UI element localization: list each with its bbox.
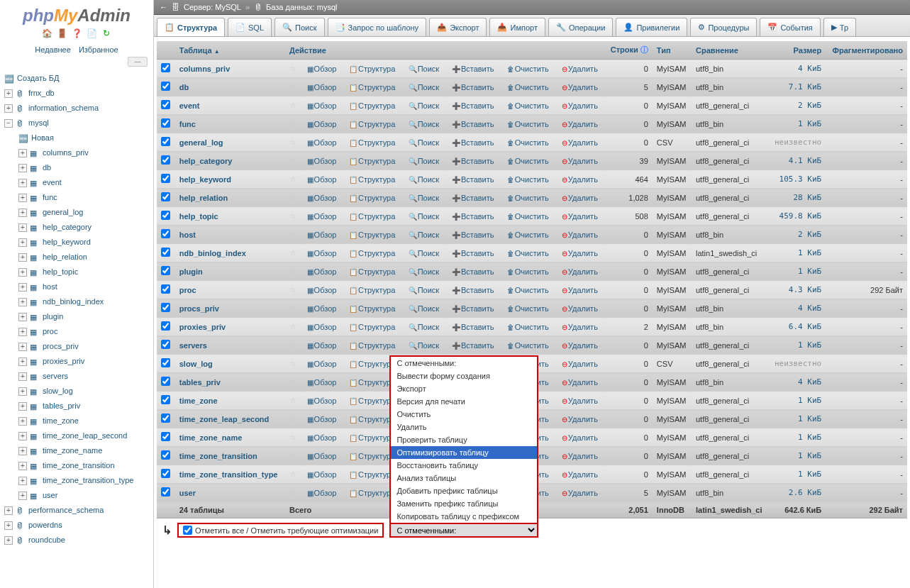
menu-item[interactable]: Очистить: [391, 408, 537, 421]
menu-item[interactable]: Вывести форму создания: [391, 370, 537, 382]
action-insert[interactable]: ➕Вставить: [450, 212, 496, 221]
mark-all-checkbox[interactable]: [183, 526, 192, 535]
action-search[interactable]: 🔍Поиск: [407, 286, 440, 294]
action-drop[interactable]: ⊖Удалить: [560, 304, 599, 313]
tab-тр[interactable]: ▶Тр: [823, 18, 856, 36]
tree-expand-icon[interactable]: +: [18, 164, 27, 172]
favorite-star-icon[interactable]: ☆: [289, 304, 296, 312]
logout-icon[interactable]: 🚪: [57, 28, 67, 38]
tree-expand-icon[interactable]: +: [18, 223, 27, 232]
action-insert[interactable]: ➕Вставить: [450, 101, 496, 110]
docs-icon[interactable]: ❓: [72, 28, 82, 38]
favorite-star-icon[interactable]: ☆: [289, 377, 296, 386]
action-search[interactable]: 🔍Поиск: [407, 120, 440, 128]
action-browse[interactable]: ▦Обзор: [306, 138, 338, 147]
favorite-star-icon[interactable]: ☆: [289, 101, 296, 109]
tree-expand-icon[interactable]: +: [18, 179, 27, 187]
action-insert[interactable]: ➕Вставить: [450, 175, 496, 184]
action-search[interactable]: 🔍Поиск: [407, 341, 440, 350]
menu-item[interactable]: Версия для печати: [391, 395, 537, 408]
home-icon[interactable]: 🏠: [42, 28, 52, 38]
action-browse[interactable]: ▦Обзор: [306, 157, 338, 165]
tree-expand-icon[interactable]: +: [18, 372, 27, 381]
table-name-link[interactable]: help_keyword: [179, 175, 231, 184]
action-browse[interactable]: ▦Обзор: [306, 267, 338, 276]
action-structure[interactable]: 📋Структура: [348, 194, 396, 202]
row-checkbox[interactable]: [161, 321, 170, 331]
menu-item[interactable]: Экспорт: [391, 382, 537, 395]
action-empty[interactable]: 🗑Очистить: [506, 83, 550, 91]
action-structure[interactable]: 📋Структура: [348, 65, 396, 73]
tree-item[interactable]: +▦db: [1, 160, 152, 175]
action-empty[interactable]: 🗑Очистить: [506, 304, 550, 313]
table-name-link[interactable]: event: [179, 101, 200, 110]
menu-item[interactable]: Добавить префикс таблицы: [391, 484, 537, 497]
tab-sql[interactable]: 📄SQL: [228, 18, 272, 36]
action-browse[interactable]: ▦Обзор: [306, 415, 338, 423]
action-drop[interactable]: ⊖Удалить: [560, 65, 599, 73]
tree-expand-icon[interactable]: +: [18, 462, 27, 470]
tree-expand-icon[interactable]: +: [18, 387, 27, 396]
action-browse[interactable]: ▦Обзор: [306, 249, 338, 257]
action-empty[interactable]: 🗑Очистить: [506, 323, 550, 331]
row-checkbox[interactable]: [161, 395, 170, 404]
favorite-star-icon[interactable]: ☆: [289, 396, 296, 404]
favorite-star-icon[interactable]: ☆: [289, 359, 296, 367]
action-drop[interactable]: ⊖Удалить: [560, 415, 599, 423]
tree-item[interactable]: +▦time_zone_leap_second: [1, 428, 152, 443]
tree-expand-icon[interactable]: +: [18, 268, 27, 277]
action-empty[interactable]: 🗑Очистить: [506, 175, 550, 184]
table-name-link[interactable]: time_zone_transition_type: [179, 470, 278, 479]
menu-item[interactable]: Анализ таблицы: [391, 472, 537, 484]
table-name-link[interactable]: user: [179, 489, 196, 497]
action-search[interactable]: 🔍Поиск: [407, 83, 440, 91]
row-checkbox[interactable]: [161, 248, 170, 257]
action-search[interactable]: 🔍Поиск: [407, 194, 440, 202]
tree-item[interactable]: +▦func: [1, 190, 152, 205]
tree-item[interactable]: +🛢performance_schema: [1, 503, 152, 518]
favorite-star-icon[interactable]: ☆: [289, 267, 296, 275]
favorite-star-icon[interactable]: ☆: [289, 156, 296, 165]
col-collation[interactable]: Сравнение: [692, 41, 769, 60]
favorite-star-icon[interactable]: ☆: [289, 451, 296, 460]
tree-expand-icon[interactable]: +: [18, 209, 27, 217]
favorite-star-icon[interactable]: ☆: [289, 174, 296, 183]
tree-item[interactable]: −🛢mysql: [1, 116, 152, 131]
action-drop[interactable]: ⊖Удалить: [560, 286, 599, 294]
action-search[interactable]: 🔍Поиск: [407, 249, 440, 257]
action-structure[interactable]: 📋Структура: [348, 267, 396, 276]
action-drop[interactable]: ⊖Удалить: [560, 212, 599, 221]
action-drop[interactable]: ⊖Удалить: [560, 378, 599, 387]
tree-item[interactable]: +▦proc: [1, 324, 152, 339]
tab-импорт[interactable]: 📥Импорт: [489, 18, 545, 36]
tree-item[interactable]: +▦help_relation: [1, 250, 152, 265]
row-checkbox[interactable]: [161, 358, 170, 367]
table-name-link[interactable]: tables_priv: [179, 378, 221, 387]
action-drop[interactable]: ⊖Удалить: [560, 489, 599, 497]
action-empty[interactable]: 🗑Очистить: [506, 341, 550, 350]
action-browse[interactable]: ▦Обзор: [306, 175, 338, 184]
action-browse[interactable]: ▦Обзор: [306, 378, 338, 387]
tree-expand-icon[interactable]: +: [18, 447, 27, 455]
favorite-star-icon[interactable]: ☆: [289, 193, 296, 201]
action-structure[interactable]: 📋Структура: [348, 101, 396, 110]
tree-item[interactable]: +▦event: [1, 175, 152, 190]
favorite-star-icon[interactable]: ☆: [289, 230, 296, 238]
favorite-star-icon[interactable]: ☆: [289, 82, 296, 91]
action-structure[interactable]: 📋Структура: [348, 157, 396, 165]
tree-item[interactable]: +▦procs_priv: [1, 339, 152, 354]
tree-item[interactable]: +▦general_log: [1, 205, 152, 220]
tree-expand-icon[interactable]: +: [18, 149, 27, 157]
tree-expand-icon[interactable]: +: [18, 417, 27, 426]
tree-item[interactable]: +▦host: [1, 279, 152, 294]
menu-item[interactable]: Восстановить таблицу: [391, 459, 537, 472]
action-structure[interactable]: 📋Структура: [348, 83, 396, 91]
tab-структура[interactable]: 📋Структура: [157, 18, 225, 36]
tab-события[interactable]: 📅События: [760, 18, 820, 36]
action-insert[interactable]: ➕Вставить: [450, 157, 496, 165]
tree-expand-icon[interactable]: +: [4, 89, 13, 98]
tab-запрос по шаблону[interactable]: 📑Запрос по шаблону: [328, 18, 427, 36]
tab-операции[interactable]: 🔧Операции: [548, 18, 613, 36]
action-browse[interactable]: ▦Обзор: [306, 194, 338, 202]
action-drop[interactable]: ⊖Удалить: [560, 267, 599, 276]
